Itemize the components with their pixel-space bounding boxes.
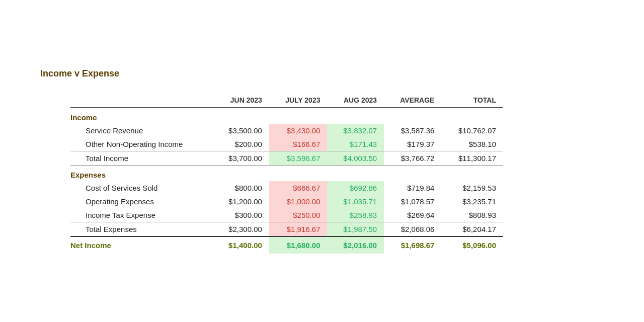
- net-income-label: Net Income: [70, 236, 212, 254]
- net-income-jul: $1,680.00: [269, 236, 328, 254]
- tax-avg: $269.64: [384, 208, 441, 222]
- total-income-aug: $4,003.50: [327, 151, 384, 166]
- header-avg: AVERAGE: [384, 93, 441, 108]
- total-expenses-jun: $2,300.00: [212, 222, 269, 237]
- opex-jul: $1,000.00: [269, 195, 328, 208]
- net-income-avg: $1,698.67: [384, 236, 441, 254]
- opex-avg: $1,078.57: [384, 195, 441, 208]
- expenses-section-header: Expenses: [70, 166, 503, 182]
- opex-label: Operating Expenses: [70, 195, 212, 208]
- service-revenue-total: $10,762.07: [441, 124, 503, 137]
- header-jul: JULY 2023: [269, 93, 328, 108]
- cos-jun: $800.00: [212, 181, 269, 195]
- total-expenses-row: Total Expenses $2,300.00 $1,916.67 $1,98…: [70, 222, 503, 237]
- header-total: TOTAL: [441, 93, 503, 108]
- other-income-avg: $179.37: [384, 137, 441, 151]
- total-income-row: Total Income $3,700.00 $3,596.67 $4,003.…: [70, 151, 503, 166]
- income-section-header: Income: [70, 108, 503, 124]
- net-income-total: $5,096.00: [441, 236, 503, 254]
- other-income-label: Other Non-Operating Income: [70, 137, 212, 151]
- service-revenue-aug: $3,832.07: [327, 124, 384, 137]
- table-row: Service Revenue $3,500.00 $3,430.00 $3,8…: [70, 124, 503, 137]
- report-title: Income v Expense: [40, 68, 604, 79]
- service-revenue-jun: $3,500.00: [212, 124, 269, 137]
- net-income-jun: $1,400.00: [212, 236, 269, 254]
- total-expenses-avg: $2,068.06: [384, 222, 441, 237]
- opex-total: $3,235.71: [441, 195, 503, 208]
- service-revenue-avg: $3,587.36: [384, 124, 441, 137]
- tax-aug: $258.93: [327, 208, 384, 222]
- total-expenses-label: Total Expenses: [70, 222, 212, 237]
- service-revenue-label: Service Revenue: [70, 124, 212, 137]
- total-expenses-total: $6,204.17: [441, 222, 503, 237]
- net-income-row: Net Income $1,400.00 $1,680.00 $2,016.00…: [70, 236, 503, 254]
- total-income-jun: $3,700.00: [212, 151, 269, 166]
- total-income-avg: $3,766.72: [384, 151, 441, 166]
- total-income-label: Total Income: [70, 151, 212, 166]
- other-income-jul: $166.67: [269, 137, 328, 151]
- cos-aug: $692.86: [327, 181, 384, 195]
- total-expenses-jul: $1,916.67: [269, 222, 328, 237]
- header-aug: AUG 2023: [327, 93, 384, 108]
- cos-total: $2,159.53: [441, 181, 503, 195]
- table-row: Income Tax Expense $300.00 $250.00 $258.…: [70, 208, 503, 222]
- header-jun: JUN 2023: [212, 93, 269, 108]
- service-revenue-jul: $3,430.00: [269, 124, 328, 137]
- header-label: [70, 93, 212, 108]
- table-row: Cost of Services Sold $800.00 $666.67 $6…: [70, 181, 503, 195]
- tax-label: Income Tax Expense: [70, 208, 212, 222]
- tax-jun: $300.00: [212, 208, 269, 222]
- opex-jun: $1,200.00: [212, 195, 269, 208]
- tax-jul: $250.00: [269, 208, 328, 222]
- cos-avg: $719.84: [384, 181, 441, 195]
- other-income-total: $538.10: [441, 137, 503, 151]
- cos-jul: $666.67: [269, 181, 328, 195]
- opex-aug: $1,035.71: [327, 195, 384, 208]
- net-income-aug: $2,016.00: [327, 236, 384, 254]
- other-income-jun: $200.00: [212, 137, 269, 151]
- cos-label: Cost of Services Sold: [70, 181, 212, 195]
- total-expenses-aug: $1,987.50: [327, 222, 384, 237]
- total-income-total: $11,300.17: [441, 151, 503, 166]
- total-income-jul: $3,596.67: [269, 151, 328, 166]
- tax-total: $808.93: [441, 208, 503, 222]
- table-header: JUN 2023 JULY 2023 AUG 2023 AVERAGE TOTA…: [70, 93, 503, 108]
- table-row: Other Non-Operating Income $200.00 $166.…: [70, 137, 503, 151]
- other-income-aug: $171.43: [327, 137, 384, 151]
- table-row: Operating Expenses $1,200.00 $1,000.00 $…: [70, 195, 503, 208]
